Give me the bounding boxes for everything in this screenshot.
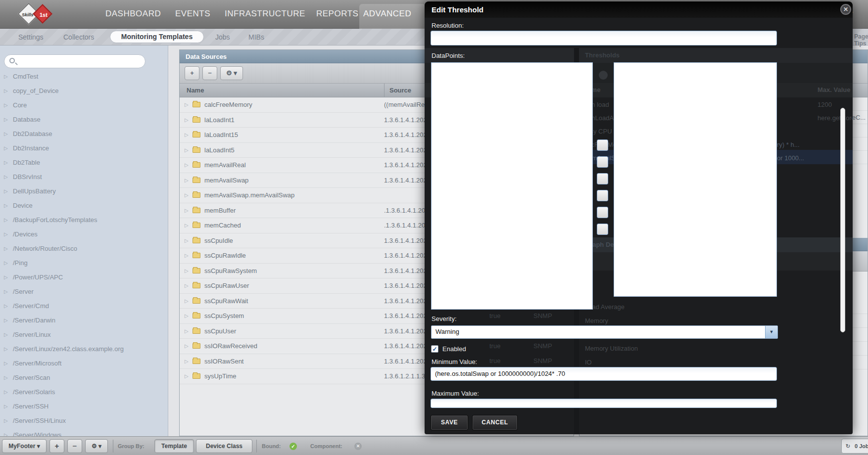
tree-caret-icon[interactable]: ▷ (4, 327, 8, 342)
tree-caret-icon[interactable]: ▷ (4, 155, 8, 170)
cancel-button[interactable]: CANCEL (472, 415, 518, 430)
tree-caret-icon[interactable]: ▷ (4, 299, 8, 313)
tree-item[interactable]: ▷ ✓ Db2Instance (0, 141, 168, 155)
tree-item[interactable]: ▷ ✓ /Server/Microsoft (0, 356, 168, 370)
tree-caret-icon[interactable]: ▷ (4, 413, 8, 428)
tree-item[interactable]: ▷ ✓ Db2Database (0, 127, 168, 141)
tree-item[interactable]: ▷ ✓ /Server/Scan (0, 370, 168, 385)
tree-item[interactable]: ▷ ✓ copy_of_Device (0, 84, 168, 98)
datapoint-option[interactable] (432, 64, 592, 79)
subnav-collectors[interactable]: Collectors (63, 33, 94, 41)
row-expand-icon[interactable]: ▷ (185, 339, 189, 354)
row-expand-icon[interactable]: ▷ (185, 369, 189, 384)
tree-caret-icon[interactable]: ▷ (4, 270, 8, 284)
tree-item[interactable]: ▷ ✓ Db2Table (0, 155, 168, 170)
datapoint-option[interactable] (432, 136, 592, 150)
enabled-checkbox[interactable]: ✓ (431, 345, 438, 353)
datasource-gear-menu-button[interactable]: ⚙ ▾ (220, 66, 243, 80)
nav-advanced[interactable]: ADVANCED (363, 9, 411, 19)
row-expand-icon[interactable]: ▷ (185, 294, 189, 309)
row-expand-icon[interactable]: ▷ (185, 309, 189, 324)
row-expand-icon[interactable]: ▷ (185, 218, 189, 233)
tree-caret-icon[interactable]: ▷ (4, 399, 8, 413)
row-expand-icon[interactable]: ▷ (185, 248, 189, 264)
tree-item[interactable]: ▷ ✓ /Server (0, 284, 168, 299)
datapoint-option[interactable] (432, 93, 592, 107)
nav-infrastructure[interactable]: INFRASTRUCTURE (225, 9, 305, 19)
footer-gear-menu-button[interactable]: ⚙ ▾ (85, 439, 108, 453)
row-expand-icon[interactable]: ▷ (185, 278, 189, 294)
row-expand-icon[interactable]: ▷ (185, 264, 189, 279)
save-button[interactable]: SAVE (431, 415, 468, 430)
datapoint-option[interactable] (432, 122, 592, 136)
tree-caret-icon[interactable]: ▷ (4, 284, 8, 299)
subnav-mibs[interactable]: MIBs (248, 33, 264, 41)
tree-caret-icon[interactable]: ▷ (4, 342, 8, 356)
tree-caret-icon[interactable]: ▷ (4, 213, 8, 227)
group-by-template-button[interactable]: Template (154, 439, 194, 453)
nav-events[interactable]: EVENTS (175, 9, 210, 19)
move-up-icon[interactable] (597, 156, 608, 168)
jobs-status-button[interactable]: ↻ 0 Jobs (841, 439, 868, 454)
subnav-settings[interactable]: Settings (18, 33, 44, 41)
tree-caret-icon[interactable]: ▷ (4, 370, 8, 385)
thresholds-scrollbar[interactable] (840, 108, 845, 332)
tree-item[interactable]: ▷ ✓ /Server/Windows (0, 428, 168, 436)
tree-item[interactable]: ▷ ✓ /Server/Solaris (0, 385, 168, 399)
tree-item[interactable]: ▷ ✓ DBSrvInst (0, 170, 168, 184)
datapoint-selected-option[interactable] (614, 64, 776, 79)
tree-item[interactable]: ▷ ✓ /Power/UPS/APC (0, 270, 168, 284)
row-expand-icon[interactable]: ▷ (185, 233, 189, 249)
tree-item[interactable]: ▷ ✓ /Devices (0, 227, 168, 241)
tree-caret-icon[interactable]: ▷ (4, 141, 8, 155)
tree-item[interactable]: ▷ ✓ Device (0, 198, 168, 213)
column-name[interactable]: Name (187, 84, 204, 97)
datapoint-option[interactable] (432, 165, 592, 179)
tree-item[interactable]: ▷ ✓ Core (0, 98, 168, 112)
tree-caret-icon[interactable]: ▷ (4, 98, 8, 112)
row-expand-icon[interactable]: ▷ (185, 324, 189, 339)
row-expand-icon[interactable]: ▷ (185, 113, 189, 128)
tree-caret-icon[interactable]: ▷ (4, 356, 8, 370)
tree-item[interactable]: ▷ ✓ /Server/Linux (0, 327, 168, 342)
subnav-jobs[interactable]: Jobs (215, 33, 230, 41)
dialog-title-bar[interactable]: Edit Threshold (425, 1, 853, 18)
tree-item[interactable]: ▷ ✓ /Server/Linux/zen42.class.example.or… (0, 342, 168, 356)
tree-caret-icon[interactable]: ▷ (4, 127, 8, 141)
datapoint-option[interactable] (432, 236, 592, 251)
group-by-device-class-button[interactable]: Device Class (196, 439, 252, 453)
tree-item[interactable]: ▷ ✓ /Server/Cmd (0, 299, 168, 313)
datapoints-selected-list[interactable] (614, 62, 777, 297)
move-bottom-icon[interactable] (597, 224, 608, 235)
column-source[interactable]: Source (384, 84, 411, 97)
datapoint-option[interactable] (432, 193, 592, 208)
tree-item[interactable]: ▷ ✓ /Network/Router/Cisco (0, 241, 168, 256)
row-expand-icon[interactable]: ▷ (185, 173, 189, 188)
row-expand-icon[interactable]: ▷ (185, 354, 189, 369)
tree-item[interactable]: ▷ ✓ /Ping (0, 256, 168, 270)
datapoint-option[interactable] (432, 79, 592, 93)
move-right-icon[interactable] (597, 173, 608, 184)
tree-caret-icon[interactable]: ▷ (4, 256, 8, 270)
tree-item[interactable]: ▷ ✓ /Server/Darwin (0, 313, 168, 327)
move-down-icon[interactable] (597, 207, 608, 218)
tree-item[interactable]: ▷ ✓ CmdTest (0, 69, 168, 84)
row-expand-icon[interactable]: ▷ (185, 158, 189, 173)
page-tips-link[interactable]: Page Tips (854, 33, 868, 47)
add-datasource-button[interactable]: + (185, 66, 199, 80)
maximum-value-input[interactable] (431, 399, 777, 408)
datapoint-option[interactable] (432, 294, 592, 308)
datapoint-option[interactable] (432, 279, 592, 294)
tree-caret-icon[interactable]: ▷ (4, 198, 8, 213)
row-expand-icon[interactable]: ▷ (185, 188, 189, 203)
datapoint-option[interactable] (432, 179, 592, 193)
tree-item[interactable]: ▷ ✓ /BackupForLotschyTemplates (0, 213, 168, 227)
tree-item[interactable]: ▷ ✓ DellUpsBattery (0, 184, 168, 198)
tree-search-input[interactable] (4, 54, 145, 68)
datapoint-option[interactable] (432, 251, 592, 265)
tree-item[interactable]: ▷ ✓ Database (0, 112, 168, 127)
move-top-icon[interactable] (597, 139, 608, 151)
tree-caret-icon[interactable]: ▷ (4, 184, 8, 198)
tree-caret-icon[interactable]: ▷ (4, 112, 8, 127)
tree-item[interactable]: ▷ ✓ /Server/SSH (0, 399, 168, 413)
